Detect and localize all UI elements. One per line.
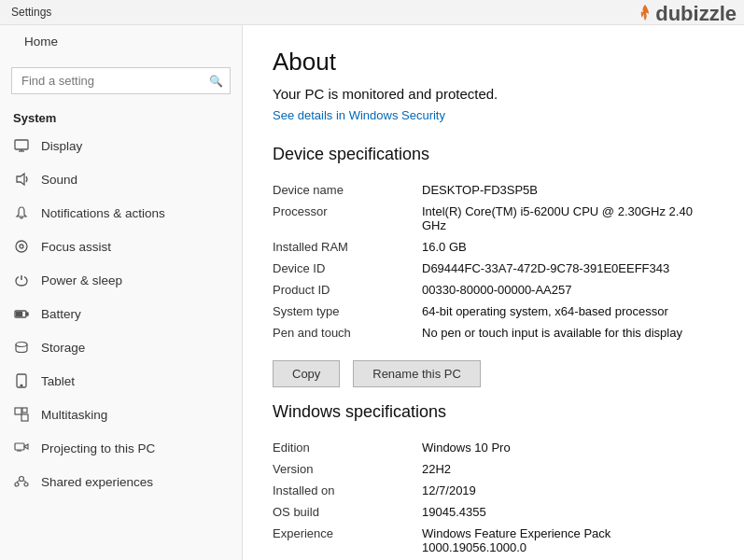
protection-text: Your PC is monitored and protected. — [273, 86, 714, 102]
svg-rect-15 — [15, 443, 24, 450]
battery-icon — [13, 305, 30, 322]
sidebar-item-sound[interactable]: Sound — [0, 162, 242, 196]
spec-label: Device name — [273, 179, 422, 201]
battery-label: Battery — [41, 307, 81, 321]
sidebar-search-container: 🔍 — [11, 67, 231, 94]
shared-icon — [13, 473, 30, 490]
svg-point-19 — [24, 483, 28, 486]
power-label: Power & sleep — [41, 273, 122, 287]
rename-button[interactable]: Rename this PC — [353, 360, 481, 387]
spec-label: Experience — [273, 523, 422, 558]
table-row: Version22H2 — [273, 458, 714, 480]
spec-value: DESKTOP-FD3SP5B — [422, 179, 714, 201]
table-row: System type64-bit operating system, x64-… — [273, 301, 714, 322]
buttons-row: Copy Rename this PC — [273, 360, 714, 402]
sidebar-item-battery[interactable]: Battery — [0, 297, 242, 330]
svg-point-4 — [16, 241, 27, 252]
sidebar-item-notifications[interactable]: Notifications & actions — [0, 196, 242, 230]
copy-button[interactable]: Copy — [273, 360, 340, 387]
table-row: EditionWindows 10 Pro — [273, 437, 714, 458]
spec-label: Processor — [273, 201, 422, 236]
table-row: ProcessorIntel(R) Core(TM) i5-6200U CPU … — [273, 201, 714, 236]
page-title: About — [273, 48, 714, 77]
sidebar: Home 🔍 System Display Sound — [0, 25, 243, 560]
tablet-label: Tablet — [41, 374, 75, 388]
svg-point-11 — [21, 385, 22, 386]
svg-rect-14 — [22, 408, 27, 413]
security-link[interactable]: See details in Windows Security — [273, 108, 445, 122]
spec-value: Windows Feature Experience Pack 1000.190… — [422, 523, 714, 558]
sidebar-item-display[interactable]: Display — [0, 129, 242, 162]
projecting-label: Projecting to this PC — [41, 441, 155, 455]
home-label: Home — [24, 35, 58, 49]
sidebar-item-focus[interactable]: Focus assist — [0, 230, 242, 263]
focus-label: Focus assist — [41, 240, 111, 254]
sidebar-item-multitasking[interactable]: Multitasking — [0, 398, 242, 431]
notifications-label: Notifications & actions — [41, 206, 165, 220]
table-row: Device nameDESKTOP-FD3SP5B — [273, 179, 714, 201]
windows-specs-title: Windows specifications — [273, 402, 714, 422]
table-row: OS build19045.4355 — [273, 501, 714, 523]
flame-icon — [639, 5, 652, 23]
table-row: ExperienceWindows Feature Experience Pac… — [273, 523, 714, 558]
spec-label: Pen and touch — [273, 322, 422, 343]
sound-icon — [13, 171, 30, 188]
svg-rect-0 — [15, 140, 28, 149]
search-input[interactable] — [11, 67, 231, 94]
svg-point-9 — [16, 343, 27, 347]
storage-label: Storage — [41, 341, 85, 355]
svg-point-18 — [15, 483, 19, 486]
svg-rect-12 — [15, 408, 21, 414]
spec-label: OS build — [273, 501, 422, 523]
table-row: Product ID00330-80000-00000-AA257 — [273, 279, 714, 301]
svg-marker-3 — [17, 174, 24, 185]
storage-icon — [13, 339, 30, 356]
sidebar-item-power[interactable]: Power & sleep — [0, 263, 242, 297]
spec-value: 19045.4355 — [422, 501, 714, 523]
display-icon — [13, 137, 30, 154]
windows-specs-table: EditionWindows 10 ProVersion22H2Installe… — [273, 437, 714, 558]
tablet-icon — [13, 372, 30, 389]
table-row: Device IDD69444FC-33A7-472D-9C78-391E0EE… — [273, 258, 714, 279]
spec-label: Product ID — [273, 279, 422, 301]
top-bar: Settings — [0, 0, 744, 25]
notifications-icon — [13, 204, 30, 221]
device-specs-title: Device specifications — [273, 145, 714, 164]
spec-label: Installed on — [273, 480, 422, 501]
sidebar-item-home[interactable]: Home — [0, 25, 242, 58]
sidebar-item-projecting[interactable]: Projecting to this PC — [0, 431, 242, 465]
device-specs-table: Device nameDESKTOP-FD3SP5BProcessorIntel… — [273, 179, 714, 343]
spec-label: Version — [273, 458, 422, 480]
spec-value: 12/7/2019 — [422, 480, 714, 501]
power-icon — [13, 272, 30, 288]
spec-value: 00330-80000-00000-AA257 — [422, 279, 714, 301]
table-row: Pen and touchNo pen or touch input is av… — [273, 322, 714, 343]
spec-value: 64-bit operating system, x64-based proce… — [422, 301, 714, 322]
settings-label: Settings — [11, 6, 51, 19]
system-section-label: System — [0, 104, 242, 129]
main-content: About Your PC is monitored and protected… — [243, 25, 744, 560]
sidebar-item-tablet[interactable]: Tablet — [0, 364, 242, 398]
multitasking-icon — [13, 406, 30, 423]
spec-value: Intel(R) Core(TM) i5-6200U CPU @ 2.30GHz… — [422, 201, 714, 236]
spec-value: No pen or touch input is available for t… — [422, 322, 714, 343]
sound-label: Sound — [41, 173, 77, 187]
dubizzle-watermark: dubizzle — [639, 2, 737, 26]
table-row: Installed on12/7/2019 — [273, 480, 714, 501]
svg-rect-7 — [26, 313, 28, 315]
shared-experiences-label: Shared experiences — [41, 475, 153, 489]
spec-label: Device ID — [273, 258, 422, 279]
multitasking-label: Multitasking — [41, 408, 107, 422]
spec-label: System type — [273, 301, 422, 322]
sidebar-item-shared[interactable]: Shared experiences — [0, 465, 242, 498]
svg-point-5 — [20, 245, 23, 248]
spec-value: D69444FC-33A7-472D-9C78-391E0EEFF343 — [422, 258, 714, 279]
focus-icon — [13, 238, 30, 255]
projecting-icon — [13, 440, 30, 456]
display-label: Display — [41, 139, 82, 153]
svg-point-17 — [20, 477, 24, 482]
spec-value: 22H2 — [422, 458, 714, 480]
sidebar-item-storage[interactable]: Storage — [0, 330, 242, 364]
svg-rect-13 — [21, 414, 28, 421]
spec-value: Windows 10 Pro — [422, 437, 714, 458]
